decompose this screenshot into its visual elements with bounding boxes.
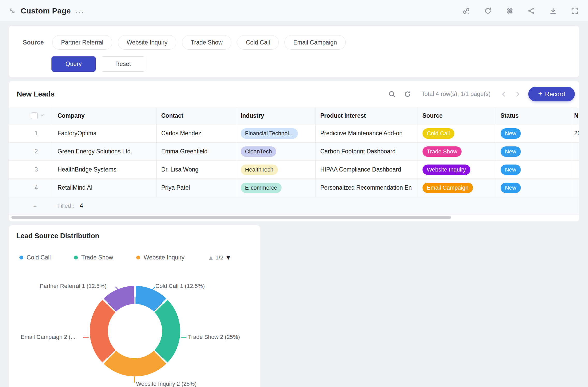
chart-card: Lead Source Distribution Cold Call Trade… — [9, 225, 260, 387]
row-number: 4 — [9, 179, 50, 197]
table-row[interactable]: 3 HealthBridge Systems Dr. Lisa Wong Hea… — [9, 161, 579, 179]
table-title: New Leads — [17, 90, 55, 98]
query-button[interactable]: Query — [51, 56, 96, 72]
cell-company: FactoryOptima — [50, 124, 156, 143]
filter-option-cold-call[interactable]: Cold Call — [237, 35, 279, 50]
slice-label-website-inquiry: Website Inquiry 2 (25%) — [136, 381, 197, 387]
link-settings-icon[interactable] — [462, 6, 471, 15]
table-summary-row: = Filled： 4 — [9, 197, 579, 215]
table-row[interactable]: 2 Green Energy Solutions Ltd. Emma Green… — [9, 143, 579, 161]
row-number: 3 — [9, 161, 50, 179]
cell-status: New — [496, 143, 571, 161]
column-header-product-interest[interactable]: Product Interest — [315, 107, 418, 124]
industry-tag: CleanTech — [241, 146, 276, 157]
cell-product-interest: Carbon Footprint Dashboard — [315, 143, 418, 161]
filter-option-website-inquiry[interactable]: Website Inquiry — [118, 35, 176, 50]
cell-source: Cold Call — [418, 124, 496, 143]
cell-product-interest: HIPAA Compliance Dashboard — [315, 161, 418, 179]
filled-label[interactable]: Filled： — [57, 202, 77, 210]
cell-product-interest: Predictive Maintenance Add-on — [315, 124, 418, 143]
cell-source: Website Inquiry — [418, 161, 496, 179]
label-line-trade-show — [181, 337, 186, 338]
design-tools-icon[interactable] — [505, 6, 514, 15]
select-all-checkbox[interactable] — [31, 112, 38, 119]
cell-contact: Carlos Mendez — [156, 124, 236, 143]
source-tag: Website Inquiry — [423, 165, 470, 175]
source-tag: Trade Show — [423, 146, 462, 157]
cell-source: Trade Show — [418, 143, 496, 161]
cell-clipped — [571, 179, 579, 197]
cell-industry: E-commerce — [236, 179, 315, 197]
leads-table: Company Contact Industry Product Interes… — [9, 107, 579, 197]
more-menu-icon[interactable]: ··· — [75, 6, 84, 16]
row-count-summary: Total 4 row(s), 1/1 page(s) — [421, 91, 491, 98]
download-icon[interactable] — [549, 6, 557, 15]
donut-ring[interactable] — [90, 286, 180, 376]
cell-company: HealthBridge Systems — [50, 161, 156, 179]
source-tag: Cold Call — [423, 128, 454, 139]
add-record-label: Record — [545, 91, 565, 98]
topbar: Custom Page ··· — [0, 0, 588, 22]
cell-clipped — [571, 143, 579, 161]
filter-option-email-campaign[interactable]: Email Campaign — [284, 35, 346, 50]
reset-button[interactable]: Reset — [101, 56, 145, 72]
cell-industry: Financial Technol... — [236, 124, 315, 143]
table-header-row: Company Contact Industry Product Interes… — [9, 107, 579, 124]
cell-product-interest: Personalized Recommendation En — [315, 179, 418, 197]
column-header-contact[interactable]: Contact — [156, 107, 236, 124]
cell-status: New — [496, 179, 571, 197]
fullscreen-icon[interactable] — [570, 6, 579, 15]
prev-page-icon[interactable] — [500, 91, 507, 98]
cell-clipped — [571, 161, 579, 179]
source-filter-options: Partner Referral Website Inquiry Trade S… — [52, 35, 346, 50]
filter-option-trade-show[interactable]: Trade Show — [182, 35, 231, 50]
slice-label-partner-referral: Partner Referral 1 (12.5%) — [40, 283, 107, 289]
new-leads-card: New Leads Total 4 row(s), 1/1 page(s) + … — [9, 81, 579, 221]
search-icon[interactable] — [388, 90, 396, 98]
column-header-status[interactable]: Status — [496, 107, 571, 124]
cell-status: New — [496, 161, 571, 179]
add-record-button[interactable]: + Record — [528, 87, 575, 101]
page-title: Custom Page — [21, 6, 71, 15]
cell-company: Green Energy Solutions Ltd. — [50, 143, 156, 161]
status-tag: New — [501, 128, 521, 139]
row-number: 2 — [9, 143, 50, 161]
industry-tag: HealthTech — [241, 165, 278, 175]
table-row[interactable]: 4 RetailMind AI Priya Patel E-commerce P… — [9, 179, 579, 197]
slice-label-trade-show: Trade Show 2 (25%) — [188, 334, 240, 340]
next-page-icon[interactable] — [514, 91, 521, 98]
slice-label-cold-call: Cold Call 1 (12.5%) — [155, 283, 205, 289]
chevron-down-icon[interactable] — [40, 112, 45, 119]
table-row[interactable]: 1 FactoryOptima Carlos Mendez Financial … — [9, 124, 579, 143]
column-header-industry[interactable]: Industry — [236, 107, 315, 124]
label-line-email-campaign — [83, 337, 89, 338]
filter-panel: Source Partner Referral Website Inquiry … — [9, 26, 579, 77]
status-tag: New — [501, 183, 521, 193]
status-tag: New — [501, 146, 521, 157]
collapse-diagonal-icon[interactable] — [8, 6, 17, 15]
row-number: 1 — [9, 124, 50, 143]
filter-option-partner-referral[interactable]: Partner Referral — [52, 35, 112, 50]
cell-industry: CleanTech — [236, 143, 315, 161]
refresh-icon[interactable] — [484, 6, 492, 15]
select-all-header — [9, 107, 50, 124]
filter-source-label: Source — [23, 39, 52, 46]
horizontal-scrollbar[interactable] — [11, 216, 451, 219]
column-header-company[interactable]: Company — [50, 107, 156, 124]
aggregate-equals-symbol[interactable]: = — [33, 203, 37, 209]
share-icon[interactable] — [527, 6, 536, 15]
cell-industry: HealthTech — [236, 161, 315, 179]
table-refresh-icon[interactable] — [403, 90, 412, 98]
cell-status: New — [496, 124, 571, 143]
cell-contact: Priya Patel — [156, 179, 236, 197]
label-line-website-inquiry — [134, 376, 135, 383]
status-tag: New — [501, 165, 521, 175]
cell-source: Email Campaign — [418, 179, 496, 197]
column-header-clipped[interactable]: N — [571, 107, 579, 124]
donut-chart: Partner Referral 1 (12.5%) Cold Call 1 (… — [9, 225, 260, 387]
plus-icon: + — [538, 90, 542, 98]
source-tag: Email Campaign — [423, 183, 473, 193]
cell-clipped: 20 — [571, 124, 579, 143]
column-header-source[interactable]: Source — [418, 107, 496, 124]
cell-contact: Emma Greenfield — [156, 143, 236, 161]
